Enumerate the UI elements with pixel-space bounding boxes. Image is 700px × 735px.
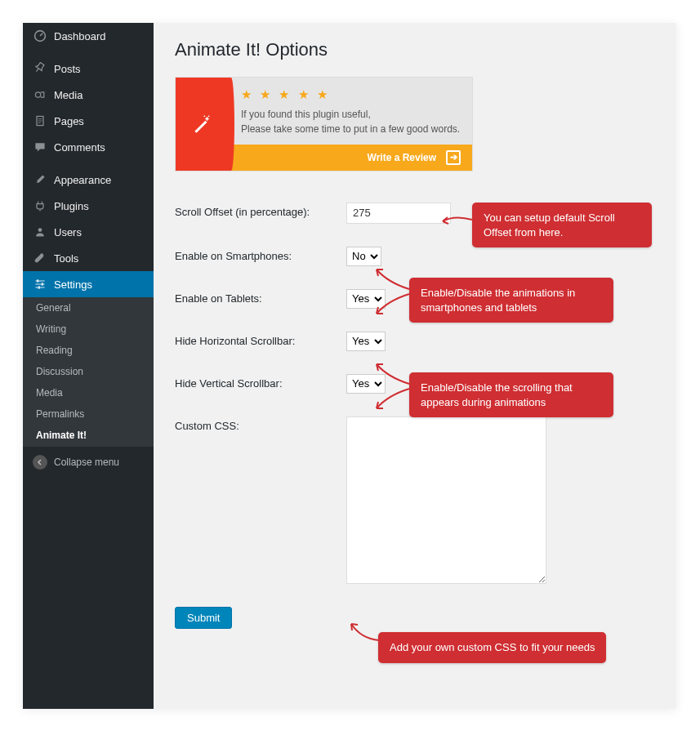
sidebar-item-pages[interactable]: Pages bbox=[23, 108, 154, 134]
sidebar-item-dashboard[interactable]: Dashboard bbox=[23, 23, 154, 49]
annotation-scroll-offset: You can setup default Scroll Offset from… bbox=[472, 203, 652, 247]
sidebar-item-tools[interactable]: Tools bbox=[23, 245, 154, 271]
sidebar-item-label: Users bbox=[54, 226, 82, 238]
sidebar-item-label: Media bbox=[54, 89, 82, 101]
review-text-2: Please take some time to put in a few go… bbox=[241, 122, 461, 136]
sidebar-item-users[interactable]: Users bbox=[23, 219, 154, 245]
submit-button[interactable]: Submit bbox=[175, 607, 232, 629]
annotation-arrow-icon bbox=[348, 621, 382, 645]
page-title: Animate It! Options bbox=[175, 39, 655, 60]
submenu-discussion[interactable]: Discussion bbox=[23, 361, 154, 382]
hide-vscroll-label: Hide Vertical Scrollbar: bbox=[175, 374, 346, 390]
enable-smartphones-label: Enable on Smartphones: bbox=[175, 247, 346, 262]
dashboard-icon bbox=[33, 29, 47, 43]
annotation-custom-css: Add your own custom CSS to fit your need… bbox=[378, 632, 606, 663]
enable-smartphones-select[interactable]: No bbox=[346, 247, 381, 266]
pin-icon bbox=[33, 61, 47, 76]
enable-tablets-label: Enable on Tablets: bbox=[175, 289, 346, 305]
submenu-media[interactable]: Media bbox=[23, 382, 154, 403]
sidebar-item-media[interactable]: Media bbox=[23, 82, 154, 108]
hide-hscroll-label: Hide Horizontal Scrollbar: bbox=[175, 332, 346, 347]
annotation-enable-devices: Enable/Disable the animations in smartph… bbox=[409, 278, 613, 323]
plug-icon bbox=[33, 198, 47, 213]
sidebar-item-label: Pages bbox=[54, 115, 84, 127]
svg-rect-5 bbox=[42, 283, 43, 285]
sidebar-item-comments[interactable]: Comments bbox=[23, 134, 154, 160]
brush-icon bbox=[33, 172, 47, 187]
star-rating-icon: ★ ★ ★ ★ ★ bbox=[241, 86, 461, 105]
hide-hscroll-select[interactable]: Yes bbox=[346, 332, 386, 351]
sidebar-item-label: Settings bbox=[54, 278, 92, 291]
media-icon bbox=[33, 87, 47, 102]
collapse-icon bbox=[33, 455, 47, 470]
arrow-right-icon: ➔ bbox=[446, 150, 461, 165]
sidebar-item-label: Plugins bbox=[54, 200, 89, 212]
sidebar-item-settings[interactable]: Settings bbox=[23, 271, 154, 297]
wrench-icon bbox=[33, 251, 47, 265]
review-banner: ★ ★ ★ ★ ★ If you found this plugin usefu… bbox=[175, 77, 473, 172]
annotation-arrow-icon bbox=[372, 359, 412, 416]
comments-icon bbox=[33, 140, 47, 154]
annotation-hide-scrollbars: Enable/Disable the scrolling that appear… bbox=[409, 372, 613, 417]
sidebar-item-label: Appearance bbox=[54, 174, 111, 186]
svg-point-1 bbox=[35, 92, 40, 97]
main-content: Animate It! Options ★ ★ ★ ★ ★ If you fou… bbox=[154, 23, 676, 709]
custom-css-textarea[interactable] bbox=[346, 416, 546, 584]
scroll-offset-label: Scroll Offset (in percentage): bbox=[175, 203, 346, 218]
sidebar-item-plugins[interactable]: Plugins bbox=[23, 193, 154, 219]
sidebar-item-label: Tools bbox=[54, 252, 78, 265]
svg-rect-4 bbox=[37, 279, 38, 282]
annotation-arrow-icon bbox=[439, 213, 474, 229]
submenu-animate-it[interactable]: Animate It! bbox=[23, 425, 154, 446]
settings-submenu: General Writing Reading Discussion Media… bbox=[23, 297, 154, 446]
collapse-label: Collapse menu bbox=[54, 457, 119, 468]
submenu-general[interactable]: General bbox=[23, 297, 154, 318]
wand-icon bbox=[176, 78, 228, 171]
svg-rect-6 bbox=[38, 286, 40, 288]
sidebar-item-label: Dashboard bbox=[54, 30, 106, 42]
sidebar-item-appearance[interactable]: Appearance bbox=[23, 167, 154, 193]
custom-css-label: Custom CSS: bbox=[175, 416, 346, 432]
svg-point-3 bbox=[38, 228, 42, 232]
sidebar-item-posts[interactable]: Posts bbox=[23, 56, 154, 82]
pages-icon bbox=[33, 114, 47, 128]
collapse-menu-button[interactable]: Collapse menu bbox=[23, 446, 154, 478]
annotation-arrow-icon bbox=[372, 265, 412, 322]
user-icon bbox=[33, 225, 47, 239]
admin-sidebar: Dashboard Posts Media Pages Comments App… bbox=[23, 23, 154, 709]
submenu-permalinks[interactable]: Permalinks bbox=[23, 403, 154, 425]
scroll-offset-input[interactable] bbox=[346, 203, 451, 224]
submenu-reading[interactable]: Reading bbox=[23, 340, 154, 361]
review-cta-label: Write a Review bbox=[368, 152, 436, 163]
sidebar-item-label: Comments bbox=[54, 141, 105, 154]
review-text-1: If you found this plugin useful, bbox=[241, 107, 461, 122]
sidebar-item-label: Posts bbox=[54, 63, 81, 75]
submenu-writing[interactable]: Writing bbox=[23, 318, 154, 340]
sliders-icon bbox=[33, 277, 47, 292]
